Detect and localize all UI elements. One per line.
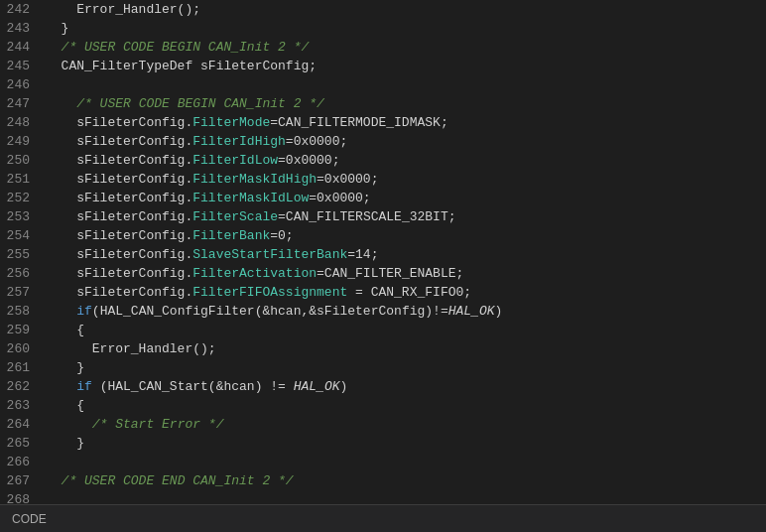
table-row: 243 } [0, 19, 766, 38]
line-number: 246 [0, 75, 42, 94]
line-code: /* Start Error */ [42, 415, 766, 434]
table-row: 254 sFileterConfig.FilterBank=0; [0, 226, 766, 245]
code-table: 242 Error_Handler();243 }244 /* USER COD… [0, 0, 766, 528]
line-number: 249 [0, 132, 42, 151]
table-row: 266 [0, 453, 766, 471]
table-row: 261 } [0, 358, 766, 377]
table-row: 244 /* USER CODE BEGIN CAN_Init 2 */ [0, 38, 766, 57]
table-row: 249 sFileterConfig.FilterIdHigh=0x0000; [0, 132, 766, 151]
line-number: 254 [0, 226, 42, 245]
line-number: 258 [0, 302, 42, 321]
table-row: 256 sFileterConfig.FilterActivation=CAN_… [0, 264, 766, 283]
line-number: 257 [0, 283, 42, 302]
line-code: sFileterConfig.FilterMode=CAN_FILTERMODE… [42, 113, 766, 132]
line-code: } [42, 358, 766, 377]
line-code: sFileterConfig.FilterIdHigh=0x0000; [42, 132, 766, 151]
table-row: 248 sFileterConfig.FilterMode=CAN_FILTER… [0, 113, 766, 132]
table-row: 252 sFileterConfig.FilterMaskIdLow=0x000… [0, 189, 766, 207]
table-row: 264 /* Start Error */ [0, 415, 766, 434]
table-row: 265 } [0, 434, 766, 453]
table-row: 267 /* USER CODE END CAN_Init 2 */ [0, 471, 766, 490]
line-number: 243 [0, 19, 42, 38]
line-number: 251 [0, 170, 42, 189]
line-code: { [42, 321, 766, 339]
line-code [42, 453, 766, 471]
table-row: 262 if (HAL_CAN_Start(&hcan) != HAL_OK) [0, 377, 766, 396]
table-row: 242 Error_Handler(); [0, 0, 766, 19]
line-number: 256 [0, 264, 42, 283]
table-row: 255 sFileterConfig.SlaveStartFilterBank=… [0, 245, 766, 264]
line-code: sFileterConfig.SlaveStartFilterBank=14; [42, 245, 766, 264]
code-editor: 242 Error_Handler();243 }244 /* USER COD… [0, 0, 766, 532]
line-number: 264 [0, 415, 42, 434]
table-row: 251 sFileterConfig.FilterMaskIdHigh=0x00… [0, 170, 766, 189]
line-code: /* USER CODE BEGIN CAN_Init 2 */ [42, 38, 766, 57]
line-code: Error_Handler(); [42, 339, 766, 358]
line-code: if(HAL_CAN_ConfigFilter(&hcan,&sFileterC… [42, 302, 766, 321]
line-number: 248 [0, 113, 42, 132]
table-row: 246 [0, 75, 766, 94]
table-row: 260 Error_Handler(); [0, 339, 766, 358]
line-number: 263 [0, 396, 42, 415]
line-number: 260 [0, 339, 42, 358]
line-code: { [42, 396, 766, 415]
line-code: if (HAL_CAN_Start(&hcan) != HAL_OK) [42, 377, 766, 396]
line-number: 247 [0, 94, 42, 113]
table-row: 259 { [0, 321, 766, 339]
line-number: 255 [0, 245, 42, 264]
line-code [42, 75, 766, 94]
line-code: sFileterConfig.FilterFIFOAssignment = CA… [42, 283, 766, 302]
line-number: 265 [0, 434, 42, 453]
line-code: sFileterConfig.FilterMaskIdLow=0x0000; [42, 189, 766, 207]
line-number: 259 [0, 321, 42, 339]
line-code: } [42, 434, 766, 453]
line-code: sFileterConfig.FilterScale=CAN_FILTERSCA… [42, 207, 766, 226]
table-row: 250 sFileterConfig.FilterIdLow=0x0000; [0, 151, 766, 170]
line-number: 250 [0, 151, 42, 170]
table-row: 247 /* USER CODE BEGIN CAN_Init 2 */ [0, 94, 766, 113]
line-code: sFileterConfig.FilterBank=0; [42, 226, 766, 245]
line-number: 242 [0, 0, 42, 19]
table-row: 263 { [0, 396, 766, 415]
line-code: /* USER CODE END CAN_Init 2 */ [42, 471, 766, 490]
line-number: 266 [0, 453, 42, 471]
line-number: 267 [0, 471, 42, 490]
line-number: 244 [0, 38, 42, 57]
table-row: 253 sFileterConfig.FilterScale=CAN_FILTE… [0, 207, 766, 226]
table-row: 245 CAN_FilterTypeDef sFileterConfig; [0, 57, 766, 75]
line-number: 252 [0, 189, 42, 207]
line-code: sFileterConfig.FilterActivation=CAN_FILT… [42, 264, 766, 283]
bottom-bar-label: CODE [12, 512, 47, 526]
table-row: 257 sFileterConfig.FilterFIFOAssignment … [0, 283, 766, 302]
line-number: 245 [0, 57, 42, 75]
line-code: } [42, 19, 766, 38]
line-number: 253 [0, 207, 42, 226]
line-code: CAN_FilterTypeDef sFileterConfig; [42, 57, 766, 75]
bottom-bar: CODE [0, 504, 766, 532]
line-code: sFileterConfig.FilterMaskIdHigh=0x0000; [42, 170, 766, 189]
line-code: /* USER CODE BEGIN CAN_Init 2 */ [42, 94, 766, 113]
line-number: 261 [0, 358, 42, 377]
line-code: sFileterConfig.FilterIdLow=0x0000; [42, 151, 766, 170]
line-code: Error_Handler(); [42, 0, 766, 19]
table-row: 258 if(HAL_CAN_ConfigFilter(&hcan,&sFile… [0, 302, 766, 321]
line-number: 262 [0, 377, 42, 396]
